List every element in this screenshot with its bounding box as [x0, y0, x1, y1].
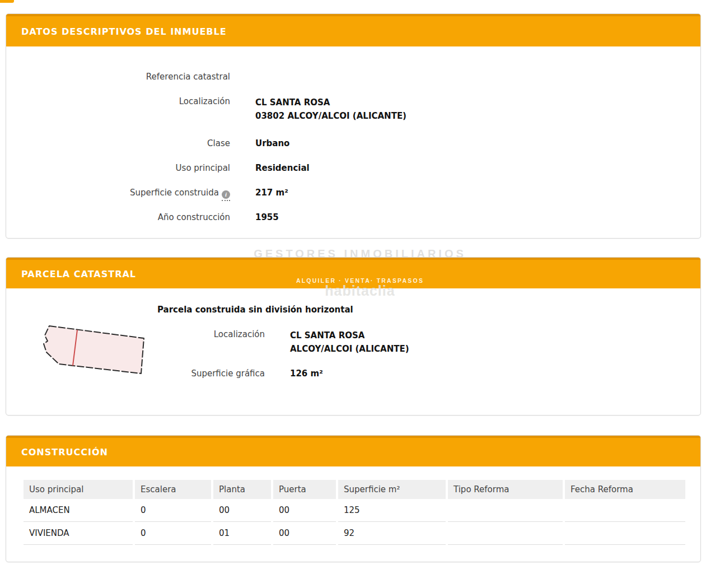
section-construccion: CONSTRUCCIÓN Uso principal Escalera Plan…: [6, 435, 701, 562]
parcela-localizacion-line2: ALCOY/ALCOI (ALICANTE): [290, 342, 409, 356]
cell-fecha-reforma: [565, 522, 685, 545]
cell-superficie: 92: [338, 522, 446, 545]
cell-fecha-reforma: [565, 499, 685, 522]
field-parcela-localizacion: Localización CL SANTA ROSA ALCOY/ALCOI (…: [6, 329, 409, 356]
field-label: Localización: [6, 96, 230, 107]
cell-uso: ALMACEN: [24, 499, 133, 522]
field-referencia-catastral: Referencia catastral: [6, 71, 700, 82]
construccion-table: Uso principal Escalera Planta Puerta Sup…: [21, 480, 688, 545]
field-label: Superficie construidai: [6, 187, 230, 201]
field-value: 126 m²: [290, 368, 323, 379]
field-value: 217 m²: [255, 187, 288, 198]
section-title: PARCELA CATASTRAL: [21, 269, 136, 279]
field-value: CL SANTA ROSA ALCOY/ALCOI (ALICANTE): [290, 329, 409, 356]
info-icon[interactable]: i: [222, 190, 230, 199]
cell-tipo-reforma: [448, 499, 563, 522]
section-header-datos: DATOS DESCRIPTIVOS DEL INMUEBLE: [6, 14, 700, 46]
field-label: Referencia catastral: [6, 71, 230, 82]
cell-uso: VIVIENDA: [24, 522, 133, 545]
col-fecha-reforma: Fecha Reforma: [565, 480, 685, 499]
parcela-localizacion-line1: CL SANTA ROSA: [290, 329, 409, 342]
field-superficie-construida: Superficie construidai 217 m²: [6, 187, 700, 198]
parcela-intro-text: Parcela construida sin división horizont…: [157, 305, 353, 315]
col-tipo-reforma: Tipo Reforma: [448, 480, 563, 499]
field-label: Año construcción: [6, 212, 230, 223]
cell-planta: 00: [213, 499, 271, 522]
col-escalera: Escalera: [135, 480, 211, 499]
field-localizacion: Localización CL SANTA ROSA 03802 ALCOY/A…: [6, 96, 700, 123]
parcela-content: Parcela construida sin división horizont…: [6, 288, 700, 414]
field-label: Localización: [6, 329, 265, 340]
col-uso-principal: Uso principal: [24, 480, 133, 499]
section-header-parcela: PARCELA CATASTRAL: [6, 258, 700, 288]
table-row: VIVIENDA 0 01 00 92: [24, 522, 685, 545]
cadastral-report-page: DATOS DESCRIPTIVOS DEL INMUEBLE Referenc…: [0, 0, 720, 588]
table-row: ALMACEN 0 00 00 125: [24, 499, 685, 522]
field-ano-construccion: Año construcción 1955: [6, 212, 700, 223]
cell-escalera: 0: [135, 522, 211, 545]
col-superficie: Superficie m²: [338, 480, 446, 499]
section-title: CONSTRUCCIÓN: [21, 447, 108, 458]
section-header-construccion: CONSTRUCCIÓN: [6, 436, 700, 466]
section-datos-descriptivos: DATOS DESCRIPTIVOS DEL INMUEBLE Referenc…: [6, 13, 701, 239]
field-value: CL SANTA ROSA 03802 ALCOY/ALCOI (ALICANT…: [255, 96, 406, 123]
cell-puerta: 00: [273, 499, 336, 522]
section-parcela-catastral: PARCELA CATASTRAL Parcela construida sin…: [6, 257, 701, 416]
field-label: Superficie gráfica: [6, 368, 265, 379]
col-puerta: Puerta: [273, 480, 336, 499]
localizacion-line1: CL SANTA ROSA: [255, 96, 406, 109]
datos-fields: Referencia catastral Localización CL SAN…: [6, 46, 700, 223]
cell-superficie: 125: [338, 499, 446, 522]
field-value: Urbano: [255, 138, 289, 149]
cell-escalera: 0: [135, 499, 211, 522]
table-header-row: Uso principal Escalera Planta Puerta Sup…: [24, 480, 685, 499]
col-planta: Planta: [213, 480, 271, 499]
field-value: 1955: [255, 212, 279, 223]
cell-puerta: 00: [273, 522, 336, 545]
field-clase: Clase Urbano: [6, 138, 700, 149]
field-label-text: Superficie construida: [130, 188, 219, 198]
field-superficie-grafica: Superficie gráfica 126 m²: [6, 368, 323, 379]
localizacion-line2: 03802 ALCOY/ALCOI (ALICANTE): [255, 109, 406, 123]
field-label: Uso principal: [6, 162, 230, 174]
section-title: DATOS DESCRIPTIVOS DEL INMUEBLE: [21, 26, 227, 37]
cell-planta: 01: [213, 522, 271, 545]
field-value: Residencial: [255, 162, 310, 174]
top-edge-fragment: [0, 0, 14, 3]
info-icon-wrap[interactable]: i: [222, 188, 230, 201]
field-uso-principal: Uso principal Residencial: [6, 162, 700, 174]
field-label: Clase: [6, 138, 230, 149]
cell-tipo-reforma: [448, 522, 563, 545]
